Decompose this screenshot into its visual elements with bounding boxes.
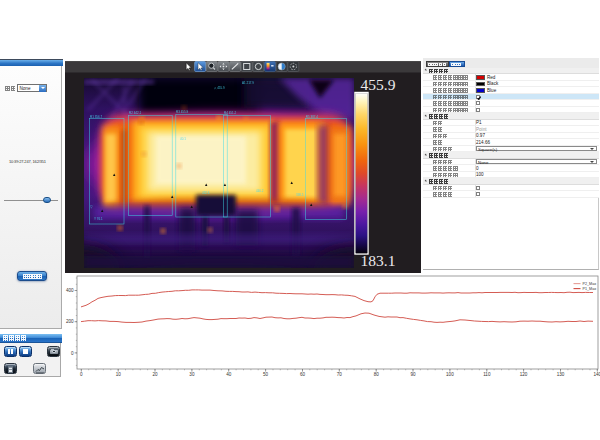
svg-text:70: 70: [337, 372, 343, 377]
svg-text:R5 387.4: R5 387.4: [306, 115, 319, 119]
svg-text:183.1: 183.1: [361, 252, 396, 269]
svg-text:R1 356.7: R1 356.7: [90, 115, 103, 119]
svg-text:140: 140: [593, 372, 600, 377]
svg-text:100: 100: [446, 372, 454, 377]
svg-text:P2_Max: P2_Max: [583, 282, 597, 286]
svg-text:R4 451.2: R4 451.2: [224, 111, 237, 115]
svg-text:60: 60: [300, 372, 306, 377]
svg-text:30: 30: [189, 372, 195, 377]
svg-text:0: 0: [80, 372, 83, 377]
svg-text:P1_Max: P1_Max: [583, 287, 597, 291]
svg-text:10: 10: [116, 372, 122, 377]
svg-text:130: 130: [557, 372, 565, 377]
svg-text:40: 40: [226, 372, 232, 377]
svg-text:455.9: 455.9: [361, 76, 396, 93]
svg-text:40.1: 40.1: [180, 137, 186, 141]
svg-text:400: 400: [66, 288, 74, 293]
svg-text:A1 217.9: A1 217.9: [242, 81, 254, 85]
svg-text:Y 76.1: Y 76.1: [94, 217, 103, 221]
svg-text:80: 80: [374, 372, 380, 377]
svg-text:△ 455.9: △ 455.9: [214, 86, 225, 90]
svg-text:50: 50: [263, 372, 269, 377]
svg-text:200: 200: [66, 319, 74, 324]
svg-text:110: 110: [483, 372, 491, 377]
svg-text:398.5: 398.5: [296, 193, 304, 197]
svg-text:R3 455.9: R3 455.9: [176, 110, 189, 114]
svg-text:440.2: 440.2: [256, 189, 264, 193]
svg-text:▽: ▽: [90, 205, 93, 209]
svg-text:0: 0: [71, 351, 74, 356]
svg-text:R2 442.1: R2 442.1: [129, 111, 142, 115]
svg-text:432.6: 432.6: [202, 191, 210, 195]
svg-text:120: 120: [520, 372, 528, 377]
svg-text:90: 90: [410, 372, 416, 377]
svg-text:20: 20: [152, 372, 158, 377]
